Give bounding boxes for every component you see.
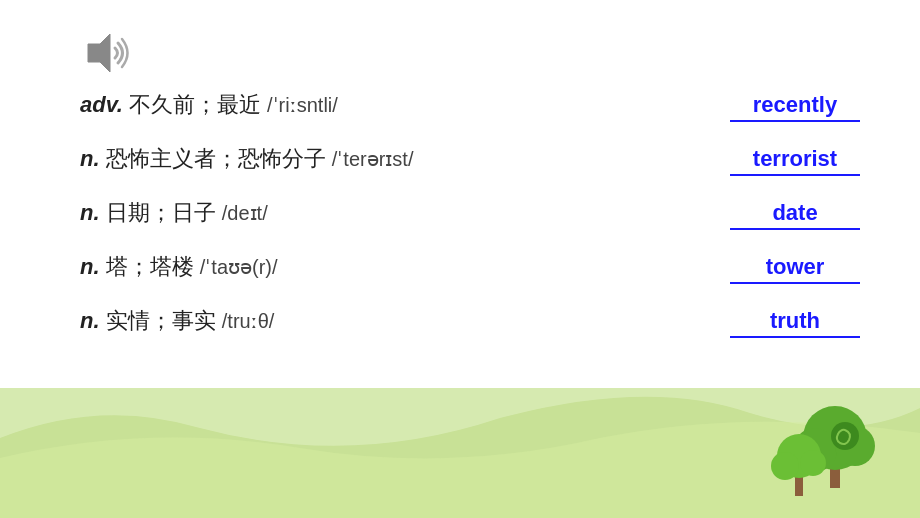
ground-decoration xyxy=(0,358,920,518)
vocab-answer: date xyxy=(730,200,860,230)
vocab-definition: n. 实情；事实 /truːθ/ xyxy=(80,306,710,336)
vocab-row: n. 实情；事实 /truːθ/truth xyxy=(80,306,860,338)
part-of-speech: adv. xyxy=(80,92,123,117)
pronunciation: /truːθ/ xyxy=(222,310,275,332)
vocab-row: n. 日期；日子 /deɪt/date xyxy=(80,198,860,230)
vocab-row: adv. 不久前；最近 /ˈriːsntli/recently xyxy=(80,90,860,122)
vocab-definition: n. 日期；日子 /deɪt/ xyxy=(80,198,710,228)
vocab-answer: tower xyxy=(730,254,860,284)
svg-point-8 xyxy=(800,450,826,476)
pronunciation: /ˈtaʊə(r)/ xyxy=(200,256,278,278)
svg-point-7 xyxy=(771,452,799,480)
part-of-speech: n. xyxy=(80,254,100,279)
part-of-speech: n. xyxy=(80,200,100,225)
vocab-row: n. 恐怖主义者；恐怖分子 /ˈterərɪst/terrorist xyxy=(80,144,860,176)
part-of-speech: n. xyxy=(80,146,100,171)
vocab-definition: adv. 不久前；最近 /ˈriːsntli/ xyxy=(80,90,710,120)
pronunciation: /ˈriːsntli/ xyxy=(267,94,338,116)
svg-point-4 xyxy=(831,422,859,450)
vocab-answer: terrorist xyxy=(730,146,860,176)
pronunciation: /ˈterərɪst/ xyxy=(332,148,414,170)
vocab-content: adv. 不久前；最近 /ˈriːsntli/recentlyn. 恐怖主义者；… xyxy=(80,90,860,360)
vocab-answer: truth xyxy=(730,308,860,338)
vocab-row: n. 塔；塔楼 /ˈtaʊə(r)/tower xyxy=(80,252,860,284)
pronunciation: /deɪt/ xyxy=(222,202,268,224)
vocab-definition: n. 塔；塔楼 /ˈtaʊə(r)/ xyxy=(80,252,710,282)
vocab-answer: recently xyxy=(730,92,860,122)
svg-marker-9 xyxy=(88,34,110,72)
speaker-icon[interactable] xyxy=(80,28,135,82)
part-of-speech: n. xyxy=(80,308,100,333)
vocab-definition: n. 恐怖主义者；恐怖分子 /ˈterərɪst/ xyxy=(80,144,710,174)
